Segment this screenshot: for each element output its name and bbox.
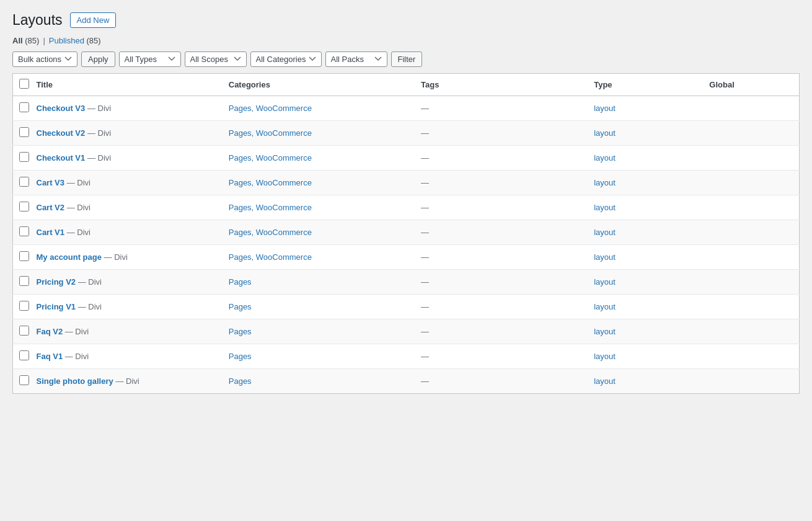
row-category-link[interactable]: Pages, WooCommerce	[229, 178, 312, 187]
row-checkbox[interactable]	[19, 226, 29, 236]
row-checkbox[interactable]	[19, 350, 29, 360]
row-type-cell: layout	[588, 368, 703, 393]
row-type-link[interactable]: layout	[594, 128, 616, 138]
row-title-link[interactable]: Pricing V2	[37, 277, 76, 287]
table-toolbar: Bulk actions Apply All Types All Scopes …	[12, 51, 800, 67]
row-type-link[interactable]: layout	[594, 153, 616, 163]
title-column-header[interactable]: Title	[30, 73, 223, 96]
published-filter-link[interactable]: Published (85)	[49, 36, 101, 45]
table-row: Faq V1 — Divi Pages — layout	[13, 344, 800, 368]
row-type-link[interactable]: layout	[594, 178, 616, 187]
row-category-link[interactable]: Pages, WooCommerce	[229, 203, 312, 212]
table-row: Cart V3 — Divi Pages, WooCommerce — layo…	[13, 170, 800, 195]
row-categories-cell: Pages, WooCommerce	[223, 244, 415, 269]
row-global-cell	[703, 244, 799, 269]
row-title-link[interactable]: Pricing V1	[37, 302, 76, 311]
row-title-suffix: — Divi	[104, 252, 128, 262]
row-global-cell	[703, 344, 799, 368]
row-categories-cell: Pages, WooCommerce	[223, 170, 415, 195]
row-tags-cell: —	[415, 145, 588, 170]
row-checkbox[interactable]	[19, 251, 29, 261]
row-title-cell: Faq V1 — Divi	[30, 344, 223, 368]
row-title-cell: Checkout V1 — Divi	[30, 145, 223, 170]
published-link[interactable]: Published	[49, 36, 84, 45]
row-type-cell: layout	[588, 170, 703, 195]
global-column-header[interactable]: Global	[703, 73, 799, 96]
row-checkbox[interactable]	[19, 301, 29, 311]
type-column-header[interactable]: Type	[588, 73, 703, 96]
row-category-link[interactable]: Pages, WooCommerce	[229, 104, 312, 113]
row-title-link[interactable]: Checkout V3	[37, 104, 86, 113]
row-tags-cell: —	[415, 244, 588, 269]
row-title-suffix: — Divi	[87, 128, 111, 138]
select-all-checkbox[interactable]	[19, 79, 29, 89]
row-category-link[interactable]: Pages, WooCommerce	[229, 128, 312, 138]
row-checkbox[interactable]	[19, 375, 29, 385]
row-title-suffix: — Divi	[87, 104, 111, 113]
row-checkbox[interactable]	[19, 326, 29, 336]
all-packs-select[interactable]: All Packs	[325, 51, 387, 67]
row-type-link[interactable]: layout	[594, 203, 616, 212]
row-checkbox-cell	[13, 269, 30, 294]
row-title-link[interactable]: Cart V2	[37, 203, 65, 212]
row-type-cell: layout	[588, 96, 703, 120]
filter-button[interactable]: Filter	[391, 51, 423, 67]
row-title-link[interactable]: Faq V2	[37, 327, 63, 336]
row-category-link[interactable]: Pages, WooCommerce	[229, 228, 312, 237]
add-new-button[interactable]: Add New	[70, 12, 117, 28]
row-type-cell: layout	[588, 195, 703, 220]
row-type-link[interactable]: layout	[594, 302, 616, 311]
row-type-cell: layout	[588, 244, 703, 269]
row-checkbox-cell	[13, 170, 30, 195]
row-categories-cell: Pages, WooCommerce	[223, 195, 415, 220]
row-categories-cell: Pages	[223, 368, 415, 393]
row-category-link[interactable]: Pages, WooCommerce	[229, 252, 312, 262]
row-checkbox[interactable]	[19, 127, 29, 137]
all-types-select[interactable]: All Types	[119, 51, 181, 67]
all-link[interactable]: All	[12, 36, 23, 45]
all-categories-select[interactable]: All Categories	[250, 51, 322, 67]
row-title-link[interactable]: My account page	[37, 252, 102, 262]
row-category-link[interactable]: Pages	[229, 327, 252, 336]
row-title-link[interactable]: Checkout V1	[37, 153, 86, 163]
row-type-link[interactable]: layout	[594, 252, 616, 262]
row-category-link[interactable]: Pages	[229, 302, 252, 311]
row-title-cell: Single photo gallery — Divi	[30, 368, 223, 393]
row-checkbox[interactable]	[19, 152, 29, 162]
row-title-link[interactable]: Checkout V2	[37, 128, 86, 138]
row-category-link[interactable]: Pages, WooCommerce	[229, 153, 312, 163]
row-title-link[interactable]: Cart V1	[37, 228, 65, 237]
row-title-suffix: — Divi	[87, 153, 111, 163]
all-filter-link[interactable]: All (85)	[12, 36, 39, 45]
row-title-link[interactable]: Cart V3	[37, 178, 65, 187]
row-checkbox[interactable]	[19, 177, 29, 187]
row-category-link[interactable]: Pages	[229, 376, 252, 386]
table-row: Faq V2 — Divi Pages — layout	[13, 319, 800, 344]
row-categories-cell: Pages	[223, 294, 415, 319]
bulk-actions-select[interactable]: Bulk actions	[12, 51, 77, 67]
row-type-link[interactable]: layout	[594, 327, 616, 336]
row-global-cell	[703, 269, 799, 294]
row-type-link[interactable]: layout	[594, 352, 616, 361]
row-type-link[interactable]: layout	[594, 104, 616, 113]
row-category-link[interactable]: Pages	[229, 352, 252, 361]
categories-column-header[interactable]: Categories	[223, 73, 415, 96]
row-title-suffix: — Divi	[115, 376, 139, 386]
row-checkbox[interactable]	[19, 202, 29, 212]
row-checkbox[interactable]	[19, 102, 29, 112]
tags-column-header[interactable]: Tags	[415, 73, 588, 96]
row-title-cell: Cart V1 — Divi	[30, 220, 223, 244]
row-title-link[interactable]: Single photo gallery	[37, 376, 113, 386]
row-global-cell	[703, 294, 799, 319]
row-category-link[interactable]: Pages	[229, 277, 252, 287]
row-type-link[interactable]: layout	[594, 277, 616, 287]
apply-button[interactable]: Apply	[81, 51, 115, 67]
row-title-link[interactable]: Faq V1	[37, 352, 63, 361]
row-type-link[interactable]: layout	[594, 228, 616, 237]
row-type-link[interactable]: layout	[594, 376, 616, 386]
row-checkbox[interactable]	[19, 276, 29, 286]
row-title-suffix: — Divi	[65, 327, 89, 336]
all-scopes-select[interactable]: All Scopes	[185, 51, 247, 67]
row-tags-cell: —	[415, 319, 588, 344]
row-tags-cell: —	[415, 344, 588, 368]
